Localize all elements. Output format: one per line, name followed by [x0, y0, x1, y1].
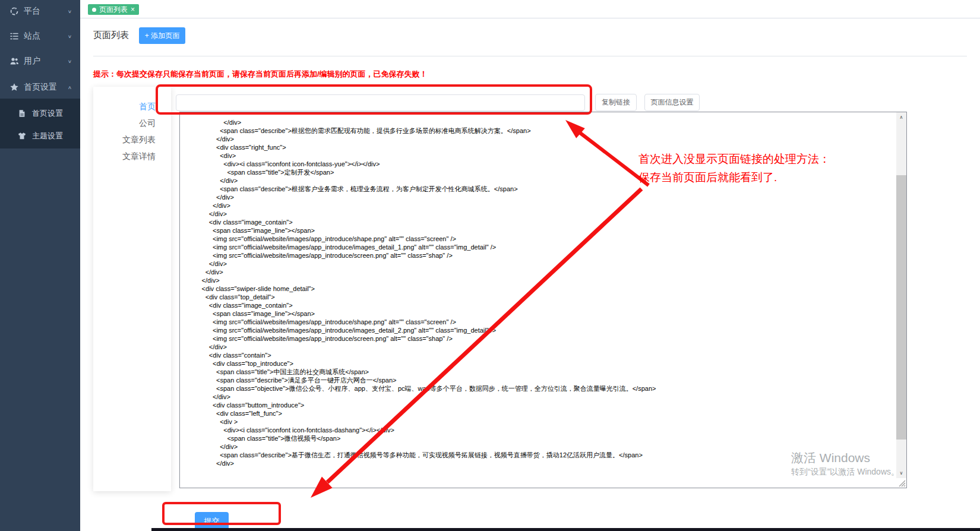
taskbar-edge [151, 528, 980, 531]
close-icon[interactable]: × [131, 6, 135, 13]
sidebar-subitem-label: 主题设置 [32, 131, 63, 141]
sidebar-item-site[interactable]: 站点 ∨ [0, 25, 80, 48]
sidebar-item-platform[interactable]: 平台 ∨ [0, 0, 80, 23]
chevron-down-icon: ∨ [68, 59, 72, 64]
add-page-button[interactable]: + 添加页面 [139, 27, 185, 44]
scrollbar-thumb[interactable] [896, 175, 906, 440]
page-info-settings-button[interactable]: 页面信息设置 [644, 94, 700, 111]
document-icon [18, 109, 26, 118]
sidebar-item-user[interactable]: 用户 ∨ [0, 50, 80, 72]
page-list-item-home[interactable]: 首页 [96, 98, 156, 115]
sidebar-item-label: 首页设置 [24, 82, 68, 93]
app-window: 平台 ∨ 站点 ∨ 用户 ∨ 首页设置 ∧ [0, 0, 980, 531]
sidebar-subitem-theme-settings[interactable]: 主题设置 [0, 125, 80, 147]
chevron-down-icon: ∨ [68, 9, 72, 14]
page-list-panel: 首页 公司 文章列表 文章详情 [93, 87, 171, 491]
page-title: 页面列表 [93, 30, 129, 41]
tab-page-list[interactable]: 页面列表 × [88, 4, 139, 15]
resize-grip-icon[interactable] [896, 478, 906, 487]
header-divider [93, 56, 967, 56]
page-list-item-article-detail[interactable]: 文章详情 [96, 148, 156, 165]
sidebar-item-label: 站点 [24, 31, 68, 42]
tab-label: 页面列表 [99, 5, 128, 15]
editor-scrollbar[interactable]: ∧ ∨ [896, 112, 906, 478]
platform-icon [10, 7, 19, 16]
copy-link-button[interactable]: 复制链接 [595, 94, 637, 111]
shirt-icon [18, 132, 26, 140]
scroll-down-icon[interactable]: ∨ [896, 468, 906, 478]
site-icon [10, 31, 19, 41]
user-icon [10, 56, 19, 66]
star-icon [10, 83, 19, 92]
chevron-up-icon: ∧ [68, 85, 72, 90]
page-link-input[interactable] [176, 94, 585, 111]
warning-text: 提示：每次提交保存只能保存当前页面，请保存当前页面后再添加/编辑别的页面，已免保… [93, 69, 428, 80]
page-list-item-company[interactable]: 公司 [96, 115, 156, 131]
active-dot-icon [92, 8, 96, 12]
sidebar-submenu: 首页设置 主题设置 [0, 99, 80, 148]
page-code-content: </div> <span class="describe">根据您的需求匹配现有… [180, 112, 906, 467]
tabs-bar: 页面列表 × [80, 0, 980, 18]
sidebar-item-home-settings[interactable]: 首页设置 ∧ [0, 76, 80, 99]
scroll-up-icon[interactable]: ∧ [896, 112, 906, 122]
page-list-item-article-list[interactable]: 文章列表 [96, 131, 156, 148]
sidebar-subitem-home-settings[interactable]: 首页设置 [0, 102, 80, 125]
sidebar: 平台 ∨ 站点 ∨ 用户 ∨ 首页设置 ∧ [0, 0, 80, 531]
sidebar-item-label: 用户 [24, 56, 68, 67]
sidebar-item-label: 平台 [24, 6, 68, 17]
chevron-down-icon: ∨ [68, 34, 72, 39]
sidebar-subitem-label: 首页设置 [32, 108, 63, 119]
page-code-textarea[interactable]: </div> <span class="describe">根据您的需求匹配现有… [179, 112, 907, 488]
